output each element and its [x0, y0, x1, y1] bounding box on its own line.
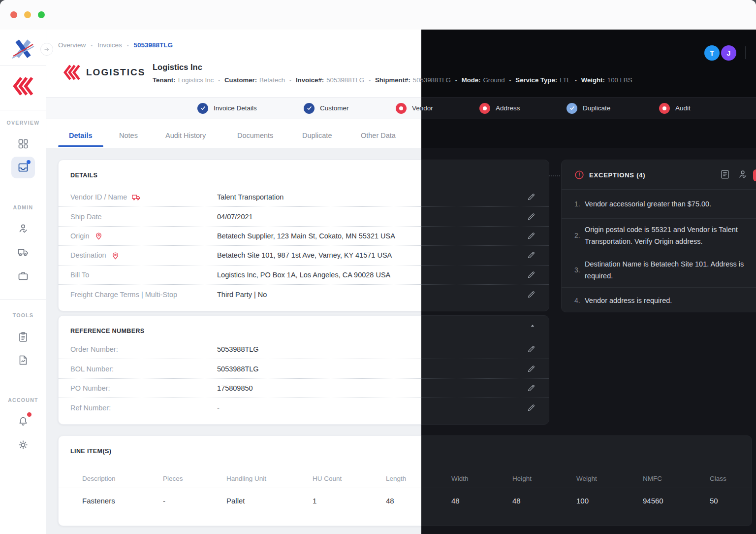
- edit-icon[interactable]: [526, 383, 536, 393]
- sidebar-item-users[interactable]: [11, 218, 35, 239]
- logistics-logo: LOGISTICS: [63, 64, 145, 81]
- sidebar-item-dashboard[interactable]: [11, 133, 35, 155]
- cell-hu-count: 1: [313, 488, 316, 514]
- column-header-handling-unit: Handling Unit: [226, 469, 266, 488]
- edit-icon[interactable]: [526, 364, 536, 374]
- step-complete-icon: [304, 103, 315, 114]
- sidebar-divider: [0, 66, 46, 66]
- exception-number: 1.: [574, 200, 580, 208]
- logistics-logo-text: LOGISTICS: [86, 67, 145, 78]
- tab-duplicate[interactable]: Duplicate: [302, 123, 332, 148]
- breadcrumb-current-invoice[interactable]: 5053988TLG: [134, 41, 173, 49]
- column-header-weight: Weight: [576, 469, 597, 488]
- step-customer[interactable]: Customer: [304, 98, 349, 119]
- exception-text: Destination Name is Betatech Site 101. A…: [585, 258, 756, 282]
- tab-other-data[interactable]: Other Data: [361, 123, 396, 148]
- tab-documents[interactable]: Documents: [237, 123, 273, 148]
- tab-audit-history[interactable]: Audit History: [165, 123, 206, 148]
- step-invoice-details[interactable]: Invoice Details: [197, 98, 257, 119]
- reference-card-title: REFERENCE NUMBERS: [70, 328, 145, 334]
- meta-label: Customer:: [224, 76, 257, 84]
- step-duplicate[interactable]: Duplicate: [567, 98, 610, 119]
- app-viewport: Overview Invoices 5053988TLG T J LOGISTI…: [0, 30, 756, 534]
- column-header-nmfc: NMFC: [643, 469, 662, 488]
- exception-text: Origin postal code is 55321 and Vendor i…: [585, 224, 756, 247]
- sidebar-section-account: ACCOUNT: [0, 397, 46, 403]
- field-label: Destination: [70, 251, 217, 260]
- field-value: -: [217, 404, 220, 412]
- edit-icon[interactable]: [526, 344, 536, 354]
- alert-circle-icon: [574, 169, 585, 180]
- step-audit[interactable]: Audit: [659, 98, 691, 119]
- location-pin-icon: [94, 231, 103, 240]
- step-error-icon: [659, 103, 670, 114]
- exception-item: 3. Destination Name is Betatech Site 101…: [562, 252, 756, 287]
- exception-number: 2.: [574, 232, 580, 239]
- edit-icon[interactable]: [526, 212, 536, 222]
- step-address[interactable]: Address: [479, 98, 520, 119]
- sidebar-divider: [0, 299, 46, 300]
- cell-description: Fasteners: [82, 488, 115, 514]
- step-error-icon: [396, 103, 407, 114]
- triple-chevron-icon: [63, 64, 81, 81]
- sidebar-expand-button[interactable]: [40, 43, 53, 56]
- details-card-title: DETAILS: [70, 172, 97, 179]
- sidebar-section-admin: ADMIN: [0, 204, 46, 210]
- exception-number: 3.: [574, 266, 580, 274]
- sidebar-item-invoices[interactable]: [11, 157, 35, 178]
- meta-label: Tenant:: [153, 76, 176, 84]
- tab-details[interactable]: Details: [69, 123, 93, 148]
- field-value: Betatech Site 101, 987 1st Ave, Varney, …: [217, 251, 392, 259]
- sidebar-section-overview: OVERVIEW: [0, 120, 46, 126]
- sidebar-item-audit-tools[interactable]: [11, 326, 35, 348]
- exception-number: 4.: [574, 297, 580, 304]
- exception-text: Vendor accessorial greater than $75.00.: [585, 198, 756, 210]
- meta-weight: Weight:100 LBS: [570, 76, 632, 84]
- notification-badge: [27, 412, 32, 417]
- field-label: Vendor ID / Name: [70, 193, 217, 202]
- column-header-hu-count: HU Count: [313, 469, 342, 488]
- red-action-icon[interactable]: [753, 169, 756, 181]
- edit-icon[interactable]: [526, 403, 536, 413]
- exceptions-title: EXCEPTIONS (4): [589, 171, 646, 179]
- sidebar-item-notifications[interactable]: [11, 410, 35, 432]
- field-value: Third Party | No: [217, 291, 267, 299]
- close-button[interactable]: [10, 11, 17, 18]
- clipboard-icon: [17, 331, 29, 343]
- meta-label: Weight:: [581, 76, 605, 84]
- minimize-button[interactable]: [24, 11, 31, 18]
- clipboard-list-icon[interactable]: [719, 169, 731, 181]
- avatar-j[interactable]: J: [721, 45, 736, 61]
- edit-icon[interactable]: [526, 270, 536, 280]
- edit-icon[interactable]: [526, 192, 536, 202]
- column-header-description: Description: [82, 469, 116, 488]
- sidebar-item-reports[interactable]: [11, 349, 35, 371]
- avatar-t[interactable]: T: [704, 45, 720, 61]
- sidebar-item-business[interactable]: [11, 265, 35, 287]
- meta-value: 5053988TLG: [326, 76, 364, 84]
- person-check-icon[interactable]: [737, 169, 749, 181]
- brand-chevron-icon: [12, 74, 34, 98]
- window-titlebar: [0, 0, 756, 30]
- sidebar-item-carriers[interactable]: [11, 241, 35, 263]
- sidebar-divider: [0, 384, 46, 384]
- step-label: Audit: [675, 104, 691, 112]
- field-label: BOL Number:: [70, 365, 217, 373]
- breadcrumb-invoices[interactable]: Invoices: [97, 41, 122, 49]
- arrow-right-icon: [43, 46, 50, 53]
- breadcrumb-overview[interactable]: Overview: [58, 41, 86, 49]
- settings-gear-icon: [17, 439, 29, 451]
- collapse-caret-icon[interactable]: [528, 322, 537, 331]
- tab-notes[interactable]: Notes: [119, 123, 138, 148]
- field-value: 5053988TLG: [217, 365, 259, 373]
- zoom-button[interactable]: [38, 11, 45, 18]
- notification-dot: [27, 160, 31, 164]
- sidebar: OVERVIEW ADMIN TOOLS ACCOUNT: [0, 30, 46, 534]
- exception-text: Vendor address is required.: [585, 295, 756, 306]
- field-label: Order Number:: [70, 345, 217, 353]
- meta-label: Shipment#:: [375, 76, 410, 84]
- edit-icon[interactable]: [526, 231, 536, 241]
- edit-icon[interactable]: [526, 250, 536, 260]
- edit-icon[interactable]: [526, 290, 536, 300]
- sidebar-item-settings[interactable]: [11, 434, 35, 456]
